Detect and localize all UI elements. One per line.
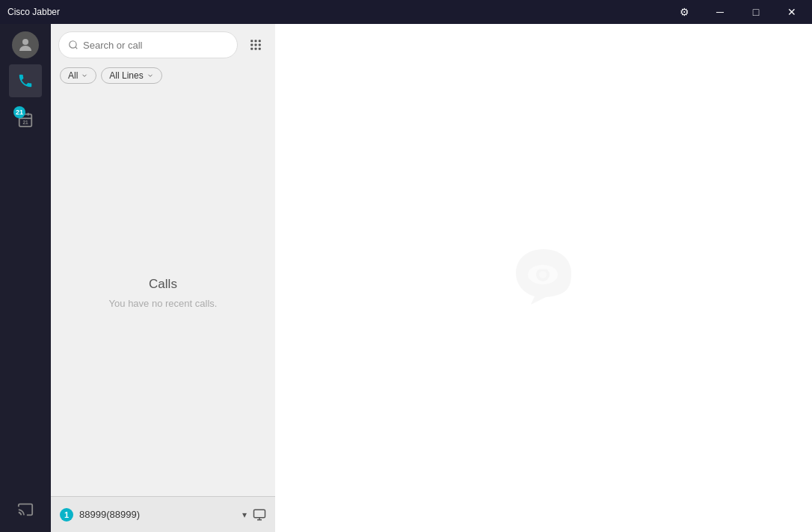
settings-button[interactable]: ⚙ — [667, 0, 701, 24]
svg-rect-10 — [255, 40, 257, 42]
svg-rect-17 — [259, 48, 261, 50]
panel-bottom-bar: 1 88999(88999) ▾ — [51, 496, 275, 532]
titlebar: Cisco Jabber ⚙ ─ □ ✕ — [0, 0, 812, 24]
search-row — [51, 24, 275, 64]
svg-rect-18 — [254, 510, 265, 518]
svg-text:21: 21 — [22, 120, 28, 125]
grid-button[interactable] — [244, 33, 268, 57]
maximize-button[interactable]: □ — [739, 0, 773, 24]
search-box[interactable] — [58, 31, 238, 58]
main-content — [275, 0, 812, 532]
close-button[interactable]: ✕ — [775, 0, 809, 24]
svg-point-7 — [70, 41, 76, 48]
line-label: 88999(88999) — [79, 509, 236, 520]
svg-point-0 — [22, 39, 28, 45]
calls-title: Calls — [149, 277, 177, 292]
svg-rect-16 — [255, 48, 257, 50]
svg-rect-11 — [259, 40, 261, 42]
phone-nav-button[interactable] — [9, 64, 42, 97]
nav-sidebar: 21 21 — [0, 0, 51, 532]
filter-all-lines-button[interactable]: All Lines — [101, 67, 162, 84]
filter-row: All All Lines — [51, 64, 275, 90]
monitor-button[interactable] — [253, 508, 266, 522]
panel: All All Lines Calls You have no recent c… — [51, 0, 275, 532]
app-title: Cisco Jabber — [0, 7, 60, 17]
line-badge: 1 — [60, 508, 73, 522]
avatar-icon — [16, 36, 34, 54]
svg-rect-9 — [250, 40, 253, 42]
chevron-down-lines-icon — [147, 72, 154, 79]
calls-empty-state: Calls You have no recent calls. — [51, 90, 275, 496]
grid-icon — [249, 38, 262, 52]
chevron-down-icon — [81, 72, 88, 79]
user-avatar[interactable] — [12, 31, 39, 58]
line-chevron-icon[interactable]: ▾ — [242, 510, 247, 520]
minimize-button[interactable]: ─ — [703, 0, 737, 24]
search-icon — [68, 40, 79, 50]
calendar-badge: 21 — [13, 106, 25, 118]
jabber-watermark — [510, 243, 577, 314]
calendar-nav-button[interactable]: 21 21 — [9, 103, 42, 136]
svg-line-8 — [76, 47, 78, 49]
svg-rect-12 — [250, 44, 253, 46]
calls-empty-message: You have no recent calls. — [109, 298, 218, 309]
svg-point-23 — [539, 271, 547, 278]
phone-icon — [17, 73, 34, 89]
jabber-logo-icon — [510, 243, 577, 311]
filter-all-button[interactable]: All — [60, 67, 96, 84]
monitor-icon — [253, 508, 266, 522]
svg-rect-13 — [255, 44, 257, 46]
cast-nav-button[interactable] — [9, 493, 42, 526]
svg-rect-15 — [250, 48, 253, 50]
svg-rect-14 — [259, 44, 261, 46]
search-input[interactable] — [83, 40, 228, 51]
app-body: 21 21 — [0, 0, 812, 532]
window-controls: ⚙ ─ □ ✕ — [667, 0, 812, 24]
cast-icon — [17, 501, 34, 518]
